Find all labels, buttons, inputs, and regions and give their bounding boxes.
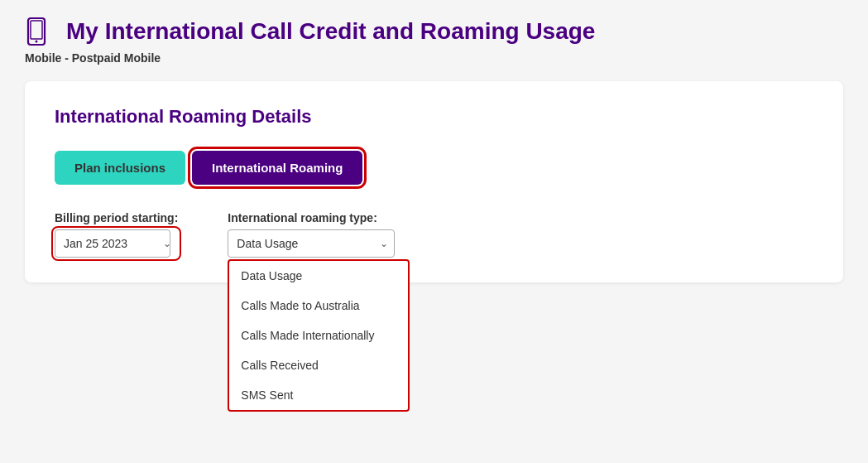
page-title: My International Call Credit and Roaming…	[66, 18, 595, 45]
roaming-select-wrapper: Data Usage Calls Made to Australia Calls…	[228, 229, 395, 258]
dropdown-item-sms-sent[interactable]: SMS Sent	[229, 380, 408, 410]
roaming-type-label: International roaming type:	[228, 211, 395, 224]
form-row: Billing period starting: Jan 25 2023 Dec…	[55, 211, 813, 258]
roaming-type-select[interactable]: Data Usage Calls Made to Australia Calls…	[228, 229, 395, 258]
roaming-dropdown: Data Usage Calls Made to Australia Calls…	[228, 259, 410, 412]
phone-icon	[25, 17, 55, 46]
roaming-type-group: International roaming type: Data Usage C…	[228, 211, 395, 258]
svg-rect-1	[31, 21, 42, 39]
billing-select-wrapper: Jan 25 2023 Dec 25 2022 Nov 25 2022 ⌄	[55, 229, 178, 258]
tabs-row: Plan inclusions International Roaming	[55, 151, 813, 185]
tab-international-roaming[interactable]: International Roaming	[192, 151, 362, 185]
main-card: International Roaming Details Plan inclu…	[25, 81, 843, 282]
page-header: My International Call Credit and Roaming…	[25, 17, 843, 46]
page-subtitle: Mobile - Postpaid Mobile	[25, 51, 843, 65]
dropdown-item-calls-australia[interactable]: Calls Made to Australia	[229, 291, 408, 321]
card-title: International Roaming Details	[55, 106, 813, 128]
dropdown-item-calls-internationally[interactable]: Calls Made Internationally	[229, 321, 408, 350]
billing-label: Billing period starting:	[55, 211, 178, 224]
billing-period-group: Billing period starting: Jan 25 2023 Dec…	[55, 211, 178, 258]
dropdown-item-data-usage[interactable]: Data Usage	[229, 261, 408, 291]
svg-point-2	[36, 41, 38, 43]
tab-plan-inclusions[interactable]: Plan inclusions	[55, 151, 185, 185]
billing-period-select[interactable]: Jan 25 2023 Dec 25 2022 Nov 25 2022	[55, 229, 170, 258]
dropdown-item-calls-received[interactable]: Calls Received	[229, 350, 408, 380]
